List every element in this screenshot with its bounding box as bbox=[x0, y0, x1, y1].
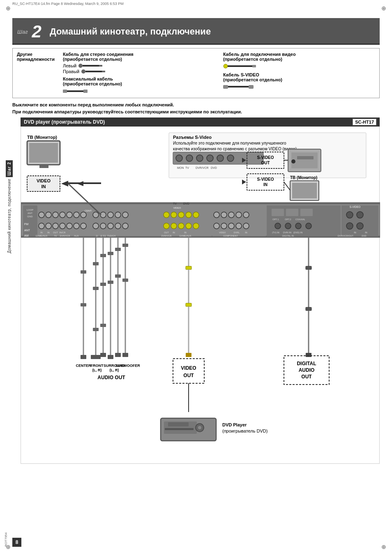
side-label-text: Домашний кинотеатр, подключение bbox=[7, 179, 12, 253]
svideo-in-line bbox=[284, 182, 290, 190]
svg-point-83 bbox=[100, 223, 106, 229]
svg-text:IN: IN bbox=[173, 231, 175, 234]
svg-rect-165 bbox=[108, 252, 113, 255]
svg-text:DVD: DVD bbox=[362, 235, 367, 237]
svg-point-63 bbox=[74, 223, 79, 229]
svg-text:GAME/AUX: GAME/AUX bbox=[35, 235, 47, 237]
svg-rect-14 bbox=[249, 85, 254, 89]
svg-rect-187 bbox=[81, 355, 86, 359]
svg-rect-208 bbox=[168, 422, 189, 426]
svg-text:IN: IN bbox=[365, 231, 367, 234]
video-in-arrow bbox=[61, 181, 68, 187]
svg-point-78 bbox=[100, 212, 106, 218]
svg-text:DVRI IN: DVRI IN bbox=[283, 231, 291, 234]
svg-point-140 bbox=[346, 223, 353, 229]
svg-rect-40 bbox=[21, 203, 380, 204]
coax-cable-row bbox=[63, 88, 215, 94]
svg-rect-11 bbox=[252, 65, 256, 67]
svg-point-98 bbox=[178, 223, 184, 229]
svg-rect-149 bbox=[93, 262, 99, 265]
svg-rect-195 bbox=[306, 266, 311, 269]
audio-out-label: AUDIO OUT bbox=[97, 375, 125, 380]
svg-point-51 bbox=[46, 212, 51, 218]
svg-text:DVR/VCR/OUT: DVR/VCR/OUT bbox=[338, 235, 354, 237]
svideo-section-title: Разъемы S-Video bbox=[173, 135, 212, 140]
svg-text:IN: IN bbox=[354, 231, 356, 234]
left-label: Левый bbox=[63, 63, 76, 68]
svg-point-23 bbox=[196, 155, 203, 161]
svg-text:TV: TV bbox=[185, 166, 189, 169]
digital-label3: OUT bbox=[301, 374, 312, 380]
svg-point-113 bbox=[214, 223, 219, 229]
svg-rect-183 bbox=[81, 270, 86, 274]
video-out-label1: VIDEO bbox=[181, 365, 196, 371]
svg-rect-151 bbox=[93, 287, 99, 290]
svg-point-59 bbox=[46, 223, 51, 229]
svg-rect-5 bbox=[102, 71, 105, 72]
svg-rect-202 bbox=[173, 359, 204, 383]
warning-line1: Выключите все компоненты перед выполнени… bbox=[12, 101, 380, 108]
digital-label1: DIGITAL bbox=[297, 361, 316, 366]
svg-rect-76 bbox=[92, 205, 161, 236]
svg-point-50 bbox=[39, 212, 44, 218]
svg-rect-169 bbox=[108, 355, 113, 359]
svg-rect-167 bbox=[108, 281, 113, 284]
svg-point-62 bbox=[67, 223, 72, 229]
svg-text:OUT: OUT bbox=[53, 231, 58, 234]
accessories-box: Другиепринадлежности Кабель для стерео с… bbox=[12, 48, 380, 98]
svg-point-58 bbox=[39, 223, 44, 229]
svg-point-115 bbox=[228, 223, 234, 229]
svg-point-34 bbox=[291, 159, 295, 164]
svg-text:AM: AM bbox=[24, 234, 29, 237]
stereo-left-row: Левый bbox=[63, 63, 215, 68]
coax-cable-title: Коаксиальный кабель(приобретается отдель… bbox=[63, 76, 215, 86]
stereo-cable-title: Кабель для стерео соединения(приобретает… bbox=[63, 52, 215, 62]
warning-text: Выключите все компоненты перед выполнени… bbox=[12, 101, 380, 115]
svg-point-109 bbox=[221, 212, 227, 218]
svg-point-139 bbox=[357, 212, 363, 218]
svg-rect-6 bbox=[63, 90, 67, 93]
svg-point-54 bbox=[67, 212, 72, 218]
svideo-in-label2: IN bbox=[263, 182, 267, 187]
svg-rect-10 bbox=[228, 65, 252, 67]
svg-point-96 bbox=[164, 223, 169, 229]
svg-text:S-VIDEO: S-VIDEO bbox=[350, 205, 361, 208]
svg-point-127 bbox=[285, 223, 291, 229]
accessories-label: Другиепринадлежности bbox=[17, 52, 55, 94]
svg-text:OPT.1: OPT.1 bbox=[272, 218, 279, 221]
svg-rect-35 bbox=[297, 156, 314, 159]
svg-point-77 bbox=[93, 212, 99, 218]
page-number: 8 bbox=[12, 538, 21, 547]
svg-text:VIDE0: VIDE0 bbox=[219, 231, 226, 234]
svg-rect-171 bbox=[115, 248, 121, 251]
svg-rect-16 bbox=[29, 143, 58, 163]
svg-text:OPT.2: OPT.2 bbox=[285, 218, 291, 221]
svg-rect-163 bbox=[100, 353, 106, 357]
svg-text:GND: GND bbox=[27, 215, 33, 218]
svg-rect-197 bbox=[306, 307, 311, 311]
svg-point-138 bbox=[346, 212, 353, 218]
svg-rect-33 bbox=[291, 152, 318, 168]
svg-text:(TV) IN: (TV) IN bbox=[272, 231, 279, 234]
svg-text:AUX: AUX bbox=[74, 235, 79, 237]
svg-point-92 bbox=[171, 212, 177, 218]
svg-rect-13 bbox=[228, 86, 249, 88]
video-in-label1: VIDEO bbox=[37, 178, 51, 183]
svg-point-52 bbox=[53, 212, 58, 218]
svg-rect-211 bbox=[165, 428, 194, 430]
svg-rect-17 bbox=[39, 165, 48, 168]
svideo-cable-row bbox=[223, 84, 375, 90]
svg-point-60 bbox=[53, 223, 58, 229]
svg-point-129 bbox=[306, 223, 311, 229]
video-cable-icon bbox=[223, 63, 256, 69]
svg-rect-137 bbox=[341, 205, 378, 236]
svg-point-26 bbox=[227, 155, 234, 161]
svg-rect-2 bbox=[99, 65, 102, 67]
front-label: FRONT bbox=[91, 364, 104, 368]
dvd-section-title: DVD player (проигрыватель DVD) bbox=[24, 119, 105, 125]
svg-point-3 bbox=[81, 69, 85, 74]
svg-rect-125 bbox=[300, 209, 313, 216]
svg-text:TVD/CH: TVD/CH bbox=[107, 235, 116, 237]
svg-point-112 bbox=[243, 212, 249, 218]
svg-rect-155 bbox=[91, 355, 101, 359]
